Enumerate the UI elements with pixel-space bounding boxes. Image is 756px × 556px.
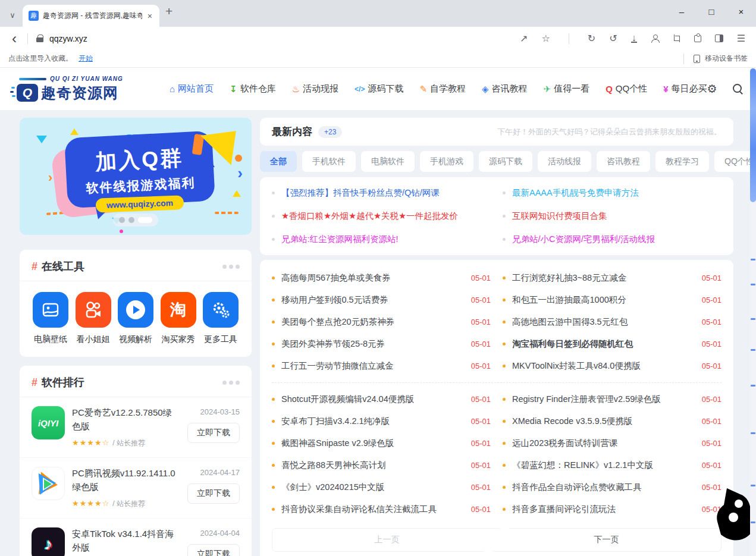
bookmarks-start-link[interactable]: 开始 <box>79 54 93 64</box>
scrollbar-thumb[interactable] <box>750 68 756 202</box>
bullet-dot <box>503 277 506 279</box>
tool-kuaishou-girls[interactable]: 看小姐姐 <box>76 292 111 345</box>
screenshot-crop-icon[interactable] <box>673 34 680 42</box>
history-icon[interactable]: ↺ <box>609 33 617 44</box>
list-item[interactable]: 美团外卖神券节领25-8元券05-01 <box>272 333 491 355</box>
favorite-icon[interactable]: ☆ <box>542 33 550 44</box>
promo-link[interactable]: ★香烟口粮★外烟★越代★关税★一件起批发价 <box>272 205 491 228</box>
tab-info-tutorial[interactable]: 咨讯教程 <box>597 151 650 172</box>
cat-back-to-top-widget[interactable] <box>716 487 751 542</box>
promo-link[interactable]: 兄弟站:红尘资源网福利资源站! <box>272 228 491 251</box>
tao-glyph: 淘 <box>170 299 186 321</box>
nav-item-worth-a-look[interactable]: ✈值得一看 <box>544 83 590 95</box>
lock-icon[interactable] <box>36 34 43 42</box>
browser-tab[interactable]: 趣 趣奇资源网 - 残雪资源网,趣味奇 × <box>23 5 159 27</box>
ranking-row[interactable]: PC腾讯视频v11.92.1411.0绿色版 ★★★★☆/ 站长推荐 2024-… <box>20 458 252 519</box>
list-item[interactable]: 美团每个整点抢20元奶茶神券05-01 <box>272 311 491 333</box>
carousel-next-icon[interactable]: › <box>237 164 243 183</box>
minimize-button[interactable]: – <box>667 0 697 24</box>
list-item[interactable]: 高德每周567抽免单或美食券05-01 <box>272 267 491 289</box>
ranking-row[interactable]: ♪ 安卓TikTok v34.1.4抖音海外版 ★★★★☆/ 站长推荐 2024… <box>20 519 252 556</box>
profile-icon[interactable] <box>651 34 659 43</box>
list-item[interactable]: MKVToolNix封装工具v84.0便携版05-01 <box>503 355 722 377</box>
nav-item-home[interactable]: ⌂网站首页 <box>170 83 214 95</box>
search-icon[interactable] <box>733 84 743 94</box>
tool-more-tools[interactable]: 更多工具 <box>203 292 239 345</box>
list-item[interactable]: 抖音多直播间评论引流玩法05-01 <box>503 498 722 520</box>
list-item[interactable]: 工行五一劳动节抽微信立减金05-01 <box>272 355 491 377</box>
tab-source-download[interactable]: 源码下载 <box>479 151 532 172</box>
tool-taobao-show[interactable]: 淘 淘买家秀 <box>161 292 196 345</box>
list-item[interactable]: 淘宝福利每日签到必得随机红包05-01 <box>503 333 722 355</box>
prev-page-button[interactable]: 上一页 <box>272 528 502 552</box>
settings-gear-icon[interactable]: ⚙ <box>707 82 717 96</box>
ranking-row[interactable]: iQIYI PC爱奇艺v12.2.5.7850绿色版 ★★★★☆/ 站长推荐 2… <box>20 397 252 458</box>
tab-course-study[interactable]: 教程学习 <box>655 151 709 172</box>
promo-link[interactable]: 【强烈推荐】抖音快手粉丝点赞/Q钻/网课 <box>272 181 491 205</box>
promo-banner-carousel[interactable]: › 加入Q群 软件线报游戏福利 www.quqizy.com › <box>20 118 252 235</box>
mobile-bookmarks-label[interactable]: 移动设备书签 <box>705 54 748 64</box>
nav-item-qq-personality[interactable]: QQQ个性 <box>606 83 647 95</box>
list-item[interactable]: 工行浏览好礼抽3~88元立减金05-01 <box>503 267 722 289</box>
list-item[interactable]: 截图神器Snipaste v2.9绿色版05-01 <box>272 432 491 454</box>
nav-item-activity-news[interactable]: ♨活动现报 <box>292 83 338 95</box>
downloads-icon[interactable]: ↓ <box>631 34 637 43</box>
carousel-dot[interactable] <box>128 217 134 223</box>
nav-label: 咨讯教程 <box>492 83 528 95</box>
maximize-button[interactable]: □ <box>697 0 726 24</box>
site-logo[interactable]: QU QI ZI YUAN WANG Q 趣奇资源网 <box>17 76 139 103</box>
nav-item-software-repo[interactable]: ↧软件仓库 <box>230 83 276 95</box>
nav-item-info-tutorial[interactable]: ◈咨讯教程 <box>482 83 528 95</box>
promo-link[interactable]: 兄弟站/小C资源网/宅男福利/活动线报 <box>503 228 722 251</box>
carousel-dot[interactable] <box>119 217 125 223</box>
decor-triangle <box>36 136 47 143</box>
back-icon[interactable]: ‹ <box>6 30 23 48</box>
list-item[interactable]: 喜悦之路88天男神长高计划05-01 <box>272 454 491 476</box>
nav-item-source-download[interactable]: </>源码下载 <box>355 83 403 95</box>
tool-pc-wallpaper[interactable]: 电脑壁纸 <box>33 292 68 345</box>
list-item[interactable]: 远山2023税务面试特训营课05-01 <box>503 432 722 454</box>
app-name[interactable]: PC腾讯视频v11.92.1411.0绿色版 <box>72 467 178 494</box>
menu-icon[interactable]: ☰ <box>737 33 745 44</box>
nav-item-daily-buy[interactable]: ¥每日必买 <box>663 83 707 95</box>
download-now-button[interactable]: 立即下载 <box>187 544 240 556</box>
page-scrollbar[interactable] <box>750 68 756 556</box>
new-tab-button[interactable]: + <box>165 4 172 18</box>
list-item[interactable]: Registry Finder注册表管理v2.59绿色版05-01 <box>503 388 722 410</box>
nav-item-self-study[interactable]: ✎自学教程 <box>419 83 466 95</box>
split-view-icon[interactable] <box>715 34 723 42</box>
next-page-button[interactable]: 下一页 <box>491 528 722 552</box>
app-name[interactable]: 安卓TikTok v34.1.4抖音海外版 <box>72 527 178 554</box>
download-now-button[interactable]: 立即下载 <box>187 423 240 443</box>
list-item[interactable]: Shotcut开源视频编辑v24.04便携版05-01 <box>272 388 491 410</box>
list-item[interactable]: 《剑士》v20240215中文版05-01 <box>272 476 491 498</box>
tab-mobile-games[interactable]: 手机游戏 <box>420 151 473 172</box>
tab-close-icon[interactable]: × <box>146 11 153 21</box>
tool-video-parse[interactable]: 视频解析 <box>118 292 153 345</box>
more-dots-icon[interactable] <box>222 381 240 385</box>
tab-search-icon[interactable]: ∨ <box>4 11 21 20</box>
app-name[interactable]: PC爱奇艺v12.2.5.7850绿色版 <box>72 406 178 433</box>
more-dots-icon[interactable] <box>222 265 240 269</box>
tab-activity-news[interactable]: 活动线报 <box>538 151 591 172</box>
list-item[interactable]: 高德地图云游中国得3.5元红包05-01 <box>503 311 722 333</box>
refresh-icon[interactable]: ↻ <box>588 33 595 44</box>
close-button[interactable]: × <box>726 0 756 24</box>
tab-all[interactable]: 全部 <box>260 151 297 172</box>
list-item[interactable]: 抖音协议采集自动评论私信关注截流工具05-01 <box>272 498 491 520</box>
list-item[interactable]: 和包五一出游抽最高1000积分05-01 <box>503 289 722 311</box>
carousel-dot-active[interactable] <box>138 217 152 223</box>
extensions-icon[interactable] <box>694 35 701 42</box>
list-item[interactable]: XMedia Recode v3.5.9.5便携版05-01 <box>503 410 722 432</box>
list-item[interactable]: 《碧蓝幻想：RELINK》v1.2.1中文版05-01 <box>503 454 722 476</box>
address-bar-url[interactable]: qqzyw.xyz <box>49 34 87 43</box>
share-icon[interactable]: ↗ <box>520 33 528 44</box>
promo-link[interactable]: 最新AAAA手机靓号免费申请方法 <box>503 181 722 205</box>
download-now-button[interactable]: 立即下载 <box>187 483 240 504</box>
tab-mobile-software[interactable]: 手机软件 <box>302 151 356 172</box>
list-item[interactable]: 安卓布丁扫描v3.4.2.1纯净版05-01 <box>272 410 491 432</box>
promo-link[interactable]: 互联网知识付费项目合集 <box>503 205 722 228</box>
list-item[interactable]: 抖音作品全自动评论点赞收藏工具05-01 <box>503 476 722 498</box>
tab-pc-software[interactable]: 电脑软件 <box>361 151 415 172</box>
list-item[interactable]: 移动用户签到领0.5元话费券05-01 <box>272 289 491 311</box>
